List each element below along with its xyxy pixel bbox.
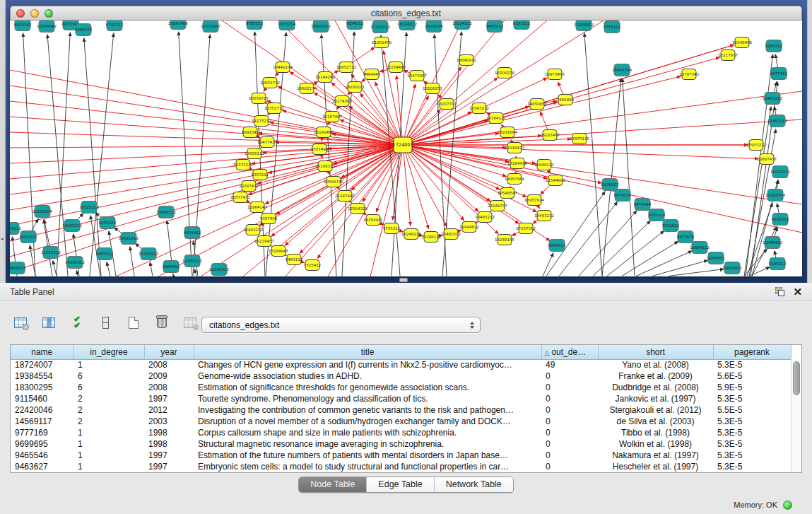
table-row[interactable]: 977716911998Corpus callosum shape and si… xyxy=(11,427,791,438)
table-row[interactable]: 946554611997Estimation of the future num… xyxy=(11,450,791,461)
table-cell: 2008 xyxy=(144,359,194,370)
graph-node-label: 10287437 xyxy=(239,184,259,188)
graph-node-label: 16164127 xyxy=(486,116,506,120)
vertical-scrollbar[interactable] xyxy=(791,359,801,472)
graph-node-label: 9356412 xyxy=(184,230,201,235)
collapse-arrow-icon[interactable]: ◂ xyxy=(1,236,4,242)
graph-node-label: 9464947 xyxy=(363,72,381,76)
graph-node-label: 12752712 xyxy=(264,106,284,110)
graph-node-label: 21252470 xyxy=(372,40,392,45)
table-cell: Yano et al. (2008) xyxy=(598,359,713,370)
graph-node-label: 16640910 xyxy=(457,58,476,62)
table-row[interactable]: 1456911722003Disruption of a novel membe… xyxy=(11,416,791,427)
graph-node-label: 8938923 xyxy=(601,182,619,187)
column-header-short[interactable]: short xyxy=(598,345,713,359)
table-cell: 9463627 xyxy=(11,461,73,472)
table-cell: 5.3E-5 xyxy=(713,416,791,427)
table-cell: Changes of HCN gene expression and I(f) … xyxy=(194,359,541,370)
table-cell: Structural magnetic resonance image aver… xyxy=(194,438,541,450)
tab-node-table[interactable]: Node Table xyxy=(299,477,367,492)
table-cell: Franke et al. (2009) xyxy=(598,370,713,382)
table-cell: 0 xyxy=(541,393,598,404)
graph-node-label: 10246212 xyxy=(401,232,421,236)
table-row[interactable]: 1938455462009Genome-wide association stu… xyxy=(11,370,791,382)
table-cell: 5.9E-5 xyxy=(713,382,791,393)
table-cell: Stergiakouli et al. (2012) xyxy=(598,404,713,416)
float-panel-icon[interactable] xyxy=(775,287,784,296)
graph-node-label: 12504329 xyxy=(348,206,367,211)
memory-status-icon[interactable] xyxy=(783,501,792,510)
select-columns-button[interactable]: ✔✔ xyxy=(66,312,88,333)
graph-node-label: 9357212 xyxy=(252,173,269,177)
splitter-handle[interactable] xyxy=(399,278,408,282)
column-header-year[interactable]: year xyxy=(144,345,194,359)
column-header-pagerank[interactable]: pagerank xyxy=(713,345,791,359)
graph-node-label: 7632621 xyxy=(662,223,680,228)
row-height-button[interactable] xyxy=(95,312,116,333)
table-cell: Hescheler et al. (1997) xyxy=(598,461,713,472)
table-cell: 2012 xyxy=(144,404,194,416)
network-table-select[interactable]: citations_edges.txt xyxy=(201,317,481,333)
column-header-in_degree[interactable]: in_degree xyxy=(73,345,144,359)
table-cell: 0 xyxy=(541,370,598,382)
graph-node-label: 1405572 xyxy=(75,28,93,32)
table-cell: Genome-wide association studies in ADHD. xyxy=(194,370,541,382)
graph-node-label: 10696422 xyxy=(722,266,742,270)
graph-node-label: 13248112 xyxy=(421,235,441,239)
table-row[interactable]: 1830029562008Estimation of significance … xyxy=(11,382,791,393)
graph-node-label: 10646312 xyxy=(156,210,176,214)
close-panel-icon[interactable]: ✕ xyxy=(793,287,802,296)
graph-node-label: 10246312 xyxy=(209,267,229,271)
table-cell: 18724007 xyxy=(11,359,73,370)
table-cell: 1997 xyxy=(144,393,194,404)
table-cell: 5.3E-5 xyxy=(713,461,791,472)
column-header-out_de[interactable]: △out_de… xyxy=(541,345,598,359)
table-settings-button[interactable] xyxy=(10,312,31,333)
graph-node-label: 10599740 xyxy=(324,180,343,184)
table-row[interactable]: 946362711997Embryonic stem cells: a mode… xyxy=(11,461,791,472)
graph-node-label: 9557496 xyxy=(311,147,329,151)
graph-node-label: 13164416 xyxy=(507,161,527,165)
table-cell: Tourette syndrome. Phenomenology and cla… xyxy=(194,393,541,404)
show-columns-button[interactable] xyxy=(38,312,59,333)
column-header-name[interactable]: name xyxy=(11,345,73,359)
row-height-icon xyxy=(102,317,109,329)
graph-node-label: 9245013 xyxy=(548,243,566,247)
tab-edge-table[interactable]: Edge Table xyxy=(367,477,434,492)
table-cell: 2 xyxy=(73,393,144,404)
graph-node-label: 10944622 xyxy=(459,225,479,229)
graph-node-label: 9277412 xyxy=(770,71,788,76)
table-row[interactable]: 969969511998Structural magnetic resonanc… xyxy=(11,438,791,450)
graph-node-label: 6679197 xyxy=(614,193,632,197)
graph-node-label: 18957924 xyxy=(524,198,544,202)
column-header-title[interactable]: title xyxy=(194,345,541,359)
graph-node-label: 16354941 xyxy=(363,218,383,222)
table-row[interactable]: 1872400712008Changes of HCN gene express… xyxy=(11,359,791,370)
table-cell: 2 xyxy=(73,416,144,427)
delete-button[interactable] xyxy=(151,312,172,333)
graph-node-label: 20891406 xyxy=(168,21,188,25)
table-row[interactable]: 911546021997Tourette syndrome. Phenomeno… xyxy=(11,393,791,404)
network-window-titlebar[interactable]: citations_edges.txt xyxy=(10,6,802,21)
graph-node-label: 17242212 xyxy=(370,25,390,29)
table-cell: 6 xyxy=(73,370,144,382)
table-cell: 9777169 xyxy=(11,427,73,438)
graph-node-label: 1724007 xyxy=(393,142,413,148)
graph-node-label: 9455212 xyxy=(486,24,504,28)
trash-icon xyxy=(157,317,167,328)
graph-node-label: 12652712 xyxy=(260,81,280,85)
graph-node-label: 10887437 xyxy=(757,157,777,161)
graph-node-label: 11016427 xyxy=(505,146,524,150)
graph-node-label: 8455312 xyxy=(96,252,114,256)
table-row[interactable]: 2242004622012Investigating the contribut… xyxy=(11,404,791,416)
graph-node-label: 18453212 xyxy=(763,96,782,100)
table-cell: 2009 xyxy=(144,370,194,382)
tab-network-table[interactable]: Network Table xyxy=(435,477,513,492)
network-canvas[interactable]: 1724007212524701664091018200274109734937… xyxy=(10,21,802,276)
table-cell: Corpus callosum shape and size in male p… xyxy=(194,427,541,438)
graph-node-label: 9865212 xyxy=(10,266,25,270)
graph-node-label: 10239457 xyxy=(254,239,274,243)
scrollbar-thumb[interactable] xyxy=(793,361,800,395)
new-column-button[interactable] xyxy=(123,312,144,333)
table-cell: Tibbo et al. (1998) xyxy=(598,427,713,438)
